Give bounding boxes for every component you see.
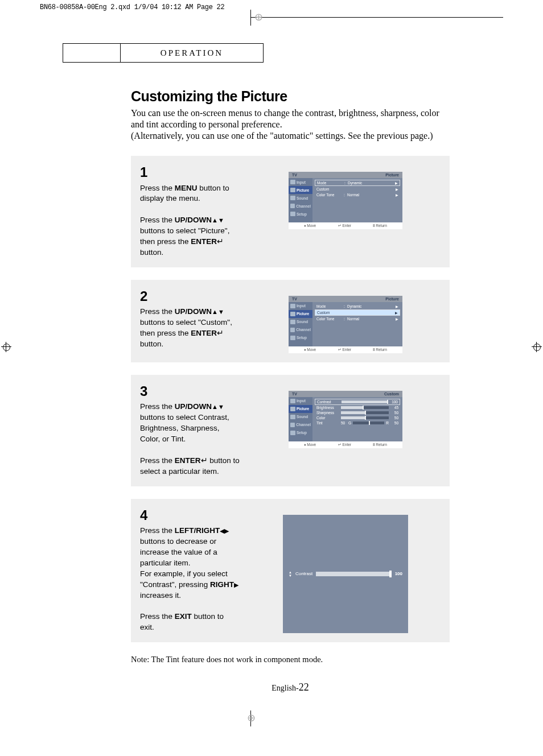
osd-side-channel[interactable]: Channel <box>289 326 312 334</box>
chevron-right-icon: ▶ <box>396 193 398 197</box>
page-number: English-22 <box>131 681 450 693</box>
sound-icon <box>290 415 295 419</box>
chevron-right-icon: ▶ <box>396 187 398 191</box>
t: RIGHT <box>210 580 234 589</box>
step-4-osd: ▲ ▼ Contrast 100 <box>248 506 443 634</box>
t: ENTER <box>191 237 217 246</box>
t: UP/DOWN <box>175 216 212 224</box>
t: button. <box>140 340 163 348</box>
right-arrow-icon: ▶ <box>234 581 238 588</box>
slider-tint[interactable]: Tint50GR50 <box>315 420 400 425</box>
step-1-osd: TV Picture Input Picture Sound Channel S… <box>248 163 443 258</box>
slider-sharpness[interactable]: Sharpness50 <box>315 410 400 415</box>
picture-icon <box>290 188 295 192</box>
osd-tv-label: TV <box>292 173 297 177</box>
sound-icon <box>290 320 295 324</box>
page-body: OPERATION Customizing the Picture You ca… <box>0 18 543 710</box>
updown-arrows-icon: ▲▼ <box>212 403 224 410</box>
osd-row-mode[interactable]: Mode:Dynamic▶ <box>315 304 400 309</box>
osd-menu-title: Picture <box>385 173 399 177</box>
return-icon: Ⅱ <box>373 348 375 352</box>
t: EXIT <box>175 612 192 621</box>
tint-green-label: G <box>348 421 351 425</box>
picture-icon <box>290 407 295 411</box>
channel-icon <box>290 204 295 208</box>
osd-side-channel[interactable]: Channel <box>289 202 312 210</box>
return-icon: Ⅱ <box>373 224 375 228</box>
subtitle-line2: (Alternatively, you can use one of the "… <box>131 131 433 141</box>
t: Press the <box>140 307 175 316</box>
t: button. <box>140 248 163 257</box>
step-2-text: 2 Press the UP/DOWN▲▼ buttons to select … <box>140 287 240 353</box>
osd-tv-label: TV <box>292 297 297 301</box>
setup-icon <box>290 336 295 340</box>
osd-side-sound[interactable]: Sound <box>289 413 312 421</box>
osd-side-channel[interactable]: Channel <box>289 421 312 429</box>
channel-icon <box>290 423 295 427</box>
move-icon: ♦ <box>304 443 306 447</box>
enter-icon: ↵ <box>338 224 342 228</box>
osd-side-setup[interactable]: Setup <box>289 210 312 218</box>
osd-row-custom[interactable]: Custom▶ <box>315 187 400 192</box>
register-mark-left <box>1 342 11 352</box>
chevron-right-icon: ▶ <box>395 311 398 315</box>
t: LEFT/RIGHT <box>175 526 220 535</box>
t: Press the <box>140 456 175 465</box>
osd-side-picture[interactable]: Picture <box>289 310 312 318</box>
step-2: 2 Press the UP/DOWN▲▼ buttons to select … <box>131 280 450 362</box>
osd-side-input[interactable]: Input <box>289 397 312 405</box>
osd-side-input[interactable]: Input <box>289 302 312 310</box>
enter-icon: ↵ <box>201 456 208 465</box>
osd-side-input[interactable]: Input <box>289 178 312 186</box>
osd-side-setup[interactable]: Setup <box>289 334 312 342</box>
osd-footer: ♦ Move ↵ Enter Ⅱ Return <box>289 222 402 229</box>
osd-side-sound[interactable]: Sound <box>289 194 312 202</box>
osd-panel-1: TV Picture Input Picture Sound Channel S… <box>289 172 402 258</box>
section-header: OPERATION <box>63 43 492 63</box>
updown-arrows-icon: ▲ ▼ <box>289 571 292 577</box>
page-subtitle: You can use the on-screen menus to chang… <box>131 108 450 142</box>
t: increases it. <box>140 591 181 600</box>
input-icon <box>290 180 295 184</box>
section-title: OPERATION <box>120 43 264 63</box>
adjust-slider[interactable] <box>316 572 391 576</box>
footnote: Note: The Tint feature does not work in … <box>131 655 450 664</box>
osd-row-custom[interactable]: Custom▶ <box>315 309 400 316</box>
t: UP/DOWN <box>175 307 212 316</box>
sound-icon <box>290 196 295 200</box>
section-title-text: OPERATION <box>161 48 223 58</box>
osd-row-mode[interactable]: Mode:Dynamic▶ <box>315 180 400 186</box>
adjust-value: 100 <box>395 571 402 576</box>
osd-side-picture[interactable]: Picture <box>289 405 312 413</box>
osd-side-picture[interactable]: Picture <box>289 186 312 194</box>
osd-row-colortone[interactable]: Color Tone:Normal▶ <box>315 192 400 197</box>
adjust-label: Contrast <box>295 571 312 576</box>
setup-icon <box>290 212 295 216</box>
page-title: Customizing the Picture <box>131 88 450 105</box>
slider-color[interactable]: Color50 <box>315 415 400 420</box>
page-prefix: English- <box>272 684 298 692</box>
osd-side-sound[interactable]: Sound <box>289 318 312 326</box>
subtitle-line1: You can use the on-screen menus to chang… <box>131 108 439 129</box>
input-icon <box>290 304 295 308</box>
move-icon: ♦ <box>304 348 306 352</box>
step-1-number: 1 <box>140 163 240 182</box>
slider-contrast[interactable]: Contrast100 <box>315 399 400 405</box>
input-icon <box>290 399 295 403</box>
slider-brightness[interactable]: Brightness45 <box>315 405 400 410</box>
page-num: 22 <box>299 681 309 693</box>
step-4: 4 Press the LEFT/RIGHT◀▶ buttons to decr… <box>131 499 450 643</box>
content-column: Customizing the Picture You can use the … <box>131 88 450 693</box>
osd-panel-2: TV Picture Input Picture Sound Channel S… <box>289 296 402 353</box>
enter-icon: ↵ <box>217 237 224 246</box>
picture-icon <box>290 312 295 316</box>
osd-footer: ♦ Move ↵ Enter Ⅱ Return <box>289 346 402 353</box>
enter-icon: ↵ <box>217 329 224 337</box>
osd-side-setup[interactable]: Setup <box>289 429 312 437</box>
step-2-number: 2 <box>140 287 240 306</box>
step-2-osd: TV Picture Input Picture Sound Channel S… <box>248 287 443 353</box>
osd-panel-3: TV Custom Input Picture Sound Channel Se… <box>289 391 402 477</box>
register-mark-right <box>532 342 542 352</box>
osd-adjust-bar[interactable]: ▲ ▼ Contrast 100 <box>283 515 408 634</box>
osd-row-colortone[interactable]: Color Tone:Normal▶ <box>315 316 400 321</box>
